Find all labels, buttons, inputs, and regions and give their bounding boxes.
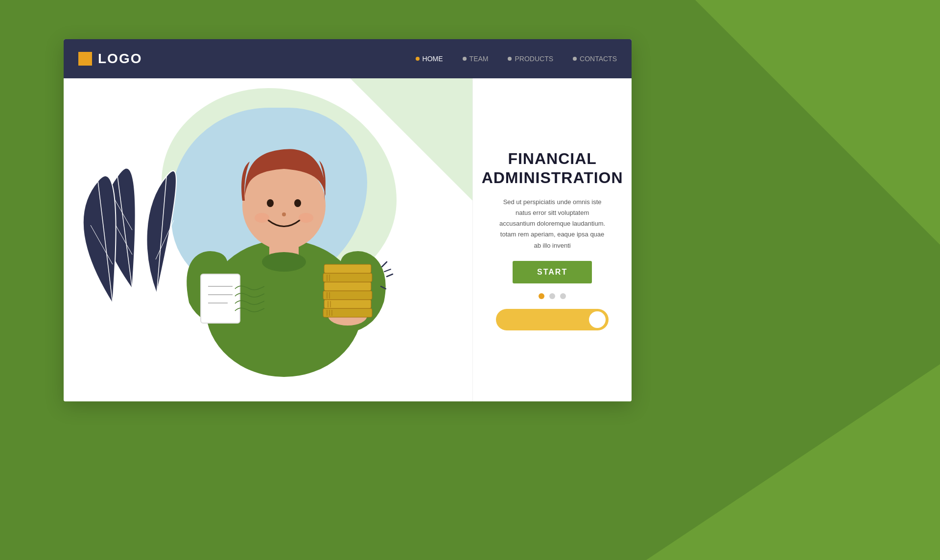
dot-3[interactable] bbox=[560, 293, 566, 299]
svg-rect-37 bbox=[323, 273, 372, 282]
logo-square-icon bbox=[78, 52, 92, 66]
svg-point-11 bbox=[267, 199, 274, 207]
svg-rect-27 bbox=[324, 300, 371, 308]
description-text: Sed ut perspiciatis unde omnis iste natu… bbox=[498, 197, 606, 251]
nav-dot-products bbox=[508, 57, 512, 61]
nav-dot-home bbox=[416, 57, 420, 61]
logo-section: LOGO bbox=[78, 51, 142, 67]
svg-line-46 bbox=[384, 269, 391, 272]
svg-rect-31 bbox=[323, 291, 372, 300]
nav-label-products: PRODUCTS bbox=[515, 55, 553, 63]
start-button[interactable]: START bbox=[513, 261, 592, 283]
bg-triangle-bottom-right bbox=[646, 364, 940, 560]
bg-triangle-top-right bbox=[695, 0, 940, 245]
navbar: LOGO HOME TEAM PRODUCTS CONTACTS bbox=[64, 39, 632, 78]
carousel-dots bbox=[539, 293, 566, 299]
svg-rect-17 bbox=[201, 274, 240, 323]
svg-rect-35 bbox=[324, 282, 371, 291]
nav-link-contacts[interactable]: CONTACTS bbox=[573, 55, 617, 63]
search-circle-icon bbox=[589, 311, 606, 328]
dot-1[interactable] bbox=[539, 293, 544, 299]
main-title: FINANCIAL ADMINISTRATION bbox=[482, 149, 623, 187]
illustration-area bbox=[64, 78, 472, 401]
svg-point-15 bbox=[282, 212, 286, 216]
nav-dot-team bbox=[463, 57, 467, 61]
logo-text: LOGO bbox=[98, 51, 142, 67]
svg-point-14 bbox=[299, 213, 313, 223]
nav-label-contacts: CONTACTS bbox=[580, 55, 617, 63]
svg-point-12 bbox=[294, 199, 301, 207]
dot-2[interactable] bbox=[549, 293, 555, 299]
main-content: FINANCIAL ADMINISTRATION Sed ut perspici… bbox=[64, 78, 632, 401]
svg-line-44 bbox=[387, 274, 393, 277]
svg-line-43 bbox=[382, 262, 387, 267]
nav-links: HOME TEAM PRODUCTS CONTACTS bbox=[416, 55, 617, 63]
svg-rect-41 bbox=[324, 264, 371, 273]
nav-dot-contacts bbox=[573, 57, 577, 61]
nav-label-team: TEAM bbox=[470, 55, 489, 63]
svg-point-13 bbox=[255, 213, 269, 223]
nav-link-home[interactable]: HOME bbox=[416, 55, 443, 63]
nav-link-products[interactable]: PRODUCTS bbox=[508, 55, 553, 63]
nav-label-home: HOME bbox=[423, 55, 443, 63]
character-svg bbox=[137, 93, 431, 377]
search-bar[interactable] bbox=[496, 309, 609, 330]
svg-point-9 bbox=[262, 252, 306, 272]
nav-link-team[interactable]: TEAM bbox=[463, 55, 489, 63]
right-panel: FINANCIAL ADMINISTRATION Sed ut perspici… bbox=[472, 78, 632, 401]
page-wrapper: LOGO HOME TEAM PRODUCTS CONTACTS bbox=[0, 0, 940, 560]
character-illustration bbox=[137, 93, 431, 387]
main-card: LOGO HOME TEAM PRODUCTS CONTACTS bbox=[64, 39, 632, 401]
svg-rect-22 bbox=[323, 308, 372, 317]
